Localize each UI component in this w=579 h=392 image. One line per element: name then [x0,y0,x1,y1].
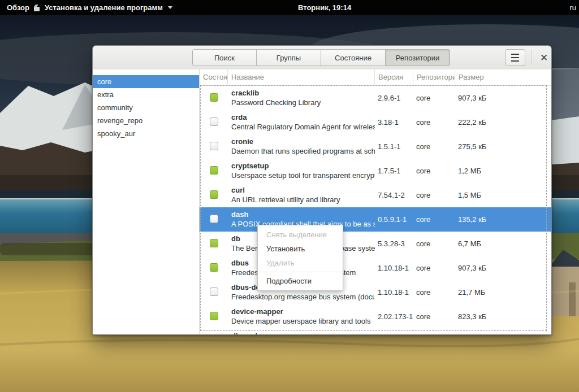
clock[interactable]: Вторник, 19:14 [298,0,351,15]
state-cell [200,110,228,134]
column-header-repository[interactable]: Репозиторий [413,69,455,85]
package-row[interactable]: cracklibPassword Checking Library2.9.6-1… [200,86,551,110]
package-row[interactable]: device-mapperDevice mapper userspace lib… [200,304,551,329]
header-bar: ПоискГруппыСостояниеРепозитории ✕ [93,46,551,70]
package-name: cryptsetup [231,161,375,171]
repository-cell: core [413,183,455,207]
package-checkbox[interactable] [210,190,218,199]
package-description: An URL retrieval utility and library [231,195,375,204]
package-checkbox[interactable] [210,117,218,126]
menu-item-install[interactable]: Установить [258,242,343,256]
column-header-state[interactable]: Состоян [200,69,228,85]
focused-app-menu[interactable]: Установка и удаление программ [33,0,172,15]
keyboard-layout-indicator[interactable]: ru [569,0,576,15]
package-checkbox[interactable] [210,166,218,175]
name-cell: cryptsetupUserspace setup tool for trans… [228,159,375,183]
version-cell: 2.9.6-1 [375,86,413,110]
size-cell: 222,2 кБ [455,110,551,134]
package-name: dash [231,210,375,219]
package-checkbox[interactable] [210,263,218,272]
sidebar-item-extra[interactable]: extra [93,88,199,101]
tab-groups[interactable]: Группы [257,49,321,66]
state-cell [200,280,228,304]
size-cell: 6,7 МБ [455,232,551,256]
name-cell: cronieDaemon that runs specified program… [228,134,375,159]
state-cell [200,183,228,207]
tab-repositories[interactable]: Репозитории [386,49,450,66]
tab-search[interactable]: Поиск [192,49,257,66]
version-cell: 1.10.18-1 [375,280,413,304]
state-cell [200,329,228,334]
name-cell: dhcpcd [228,329,375,334]
repository-cell: core [413,110,455,134]
repository-cell: core [413,304,455,329]
sidebar-item-spooky_aur[interactable]: spooky_aur [93,127,199,140]
size-cell: 823,3 кБ [455,304,551,329]
state-cell [200,232,228,256]
name-cell: cracklibPassword Checking Library [228,86,375,110]
column-header-version[interactable]: Версия [375,69,413,85]
name-cell: curlAn URL retrieval utility and library [228,183,375,207]
column-header-size[interactable]: Размер [455,69,551,85]
repository-cell: core [413,207,455,232]
package-description: Device mapper userspace library and tool… [231,316,375,326]
close-button[interactable]: ✕ [535,49,552,66]
headerbar-separator [532,50,532,65]
package-list: СостоянНазваниеВерсияРепозиторийРазмер c… [200,69,551,334]
state-cell [200,134,228,159]
repository-cell: core [413,232,455,256]
version-cell: 0.5.9.1-1 [375,207,413,232]
package-name: cracklib [231,88,375,98]
package-row[interactable]: cryptsetupUserspace setup tool for trans… [200,159,551,183]
sidebar-item-revenge_repo[interactable]: revenge_repo [93,114,199,127]
package-row[interactable]: crdaCentral Regulatory Domain Agent for … [200,110,551,134]
menu-button[interactable] [505,49,525,66]
hamburger-icon [511,54,519,62]
version-cell: 1.7.5-1 [375,159,413,183]
activities-button[interactable]: Обзор [0,0,36,15]
package-row[interactable]: dbusFreedesktop.org message bus system1.… [200,256,551,280]
package-checkbox[interactable] [210,288,218,296]
version-cell: 5.3.28-3 [375,232,413,256]
package-row[interactable]: dhcpcd [200,329,551,334]
size-cell: 275,5 кБ [455,134,551,159]
version-cell: 2.02.173-1 [375,304,413,329]
name-cell: device-mapperDevice mapper userspace lib… [228,304,375,329]
package-description: Userspace setup tool for transparent enc… [231,171,375,180]
version-cell: 3.18-1 [375,110,413,134]
package-checkbox[interactable] [210,239,218,247]
repo-sidebar: coreextracommunityrevenge_repospooky_aur [93,69,200,334]
repository-cell: core [413,134,455,159]
tab-state[interactable]: Состояние [321,49,386,66]
table-body: cracklibPassword Checking Library2.9.6-1… [200,86,551,334]
size-cell: 21,7 МБ [455,280,551,304]
package-row[interactable]: cronieDaemon that runs specified program… [200,134,551,159]
package-checkbox[interactable] [210,215,218,223]
repository-cell: core [413,256,455,280]
package-name: curl [231,185,375,195]
view-switcher: ПоискГруппыСостояниеРепозитории [192,49,450,66]
package-row[interactable]: dbus-docsFreedesktop.org message bus sys… [200,280,551,304]
size-cell: 907,3 кБ [455,256,551,280]
package-row[interactable]: dbThe Berkeley DB embedded database syst… [200,232,551,256]
sidebar-item-core[interactable]: core [93,75,199,88]
window-content: coreextracommunityrevenge_repospooky_aur… [93,69,551,334]
menu-item-details[interactable]: Подробности [258,274,343,288]
repository-cell: core [413,280,455,304]
app-title: Установка и удаление программ [45,3,163,12]
package-checkbox[interactable] [210,142,218,150]
version-cell: 1.5.1-1 [375,134,413,159]
package-description: Freedesktop.org message bus system (docu… [231,292,375,302]
state-cell [200,207,228,232]
column-header-name[interactable]: Название [228,69,375,85]
package-row[interactable]: dashA POSIX compliant shell that aims to… [200,207,551,232]
package-name: cronie [231,137,375,146]
sidebar-item-community[interactable]: community [93,101,199,114]
size-cell: 135,2 кБ [455,207,551,232]
package-checkbox[interactable] [210,312,218,320]
table-header: СостоянНазваниеВерсияРепозиторийРазмер [200,69,551,86]
chevron-down-icon [168,6,172,9]
package-checkbox[interactable] [210,93,218,102]
package-row[interactable]: curlAn URL retrieval utility and library… [200,183,551,207]
menu-item-deselect: Снять выделение [258,228,343,242]
